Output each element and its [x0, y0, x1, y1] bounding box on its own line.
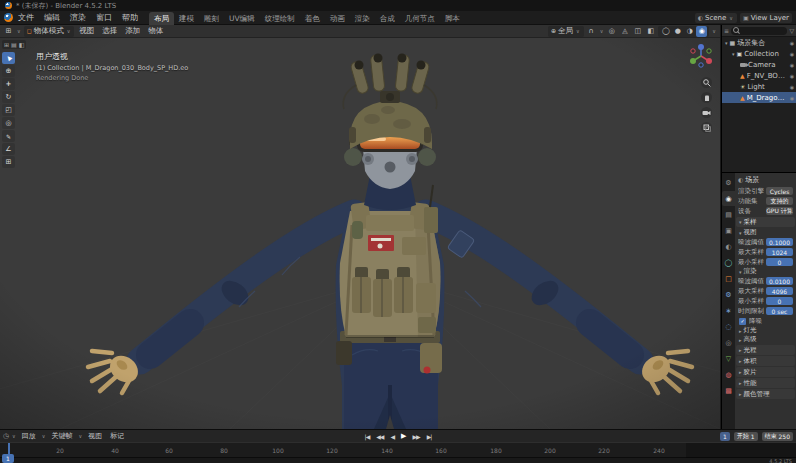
outliner-row-m-dragon[interactable]: ▲ M_Dragon_030_B... ◉: [722, 92, 796, 103]
workspace-tab-modeling[interactable]: 建模: [174, 12, 199, 25]
visibility-eye-icon[interactable]: ◉: [790, 84, 794, 90]
workspace-tab-compositing[interactable]: 合成: [375, 12, 400, 25]
scale-tool[interactable]: [2, 104, 15, 116]
view-menu[interactable]: 视图: [85, 431, 105, 441]
tab-material[interactable]: ◍: [722, 367, 735, 382]
workspace-tab-uv-editing[interactable]: UV编辑: [224, 12, 260, 25]
shading-rendered-icon[interactable]: ◉: [696, 26, 707, 37]
outliner-row-camera[interactable]: Camera ◉: [722, 59, 796, 70]
add-cube-tool[interactable]: [2, 156, 15, 168]
proportional-editing-icon[interactable]: ◎: [606, 26, 617, 37]
tab-object[interactable]: □: [722, 271, 735, 286]
navigation-gizmo[interactable]: [688, 43, 714, 71]
outliner-row-fnv-boss[interactable]: ▲ F_NV_BOSS03_HD... ◉: [722, 70, 796, 81]
visibility-eye-icon[interactable]: ◉: [790, 40, 794, 46]
tab-particles[interactable]: ∗: [722, 303, 735, 318]
keying-menu[interactable]: 关键帧: [48, 431, 75, 441]
perspective-toggle-icon[interactable]: [701, 122, 712, 133]
menu-help[interactable]: 帮助: [117, 12, 143, 23]
tab-view-layer[interactable]: ▣: [722, 223, 735, 238]
volumes-panel[interactable]: ▸ 体积: [736, 356, 795, 366]
outliner-editor-icon[interactable]: ≡: [724, 28, 729, 34]
cursor-tool[interactable]: [2, 65, 15, 77]
denoise-checkbox[interactable]: ✓: [739, 318, 746, 325]
snap-magnet-icon[interactable]: ∩: [586, 26, 597, 37]
tool-option-icon[interactable]: ▤: [11, 41, 17, 48]
tool-option-icon[interactable]: ◧: [19, 41, 25, 48]
visibility-eye-icon[interactable]: ◉: [790, 95, 794, 101]
pan-hand-icon[interactable]: [701, 92, 712, 103]
outliner-row-collection[interactable]: ▾ ▣ Collection ◉: [722, 48, 796, 59]
shading-wireframe-icon[interactable]: ◯: [660, 26, 671, 37]
mode-selector[interactable]: ◻ 物体模式 ∨: [24, 26, 75, 37]
measure-tool[interactable]: [2, 143, 15, 155]
workspace-tab-rendering[interactable]: 渲染: [350, 12, 375, 25]
frame-start-field[interactable]: 开始 1: [734, 432, 758, 441]
viewport-3d[interactable]: ⊞ ∨ ◻ 物体模式 ∨ 视图 选择 添加 物体 ⊕ 全局 ∨ ∩ ∨ ◎ ◬ …: [0, 25, 720, 429]
jump-to-end-button[interactable]: ▶|: [425, 433, 434, 440]
shading-material-icon[interactable]: ◑: [684, 26, 695, 37]
render-engine-dropdown[interactable]: Cycles: [766, 187, 793, 195]
tab-output[interactable]: ▤: [722, 207, 735, 222]
menu-edit[interactable]: 编辑: [39, 12, 65, 23]
jump-to-start-button[interactable]: |◀: [363, 433, 372, 440]
workspace-tab-scripting[interactable]: 脚本: [440, 12, 465, 25]
tab-world[interactable]: ◯: [722, 255, 735, 270]
time-limit-field[interactable]: 0 sec: [766, 307, 793, 315]
noise-threshold-field[interactable]: 0.1000: [766, 238, 793, 246]
tab-render[interactable]: ◉: [722, 191, 735, 206]
shading-solid-icon[interactable]: ●: [672, 26, 683, 37]
rotate-tool[interactable]: [2, 91, 15, 103]
timeline-editor-icon[interactable]: ◷: [3, 433, 9, 440]
feature-set-dropdown[interactable]: 支持的: [766, 197, 793, 205]
performance-panel[interactable]: ▸ 性能: [736, 378, 795, 388]
color-management-panel[interactable]: ▸ 颜色管理: [736, 389, 795, 399]
workspace-tab-shading[interactable]: 着色: [300, 12, 325, 25]
xray-toggle-icon[interactable]: ◧: [645, 26, 656, 37]
max-samples-field[interactable]: 4096: [766, 287, 793, 295]
visibility-eye-icon[interactable]: ◉: [790, 51, 794, 57]
current-frame-field[interactable]: 1: [720, 432, 730, 441]
show-gizmo-icon[interactable]: ◬: [619, 26, 630, 37]
max-samples-field[interactable]: 1024: [766, 248, 793, 256]
visibility-eye-icon[interactable]: ◉: [790, 73, 794, 79]
annotate-tool[interactable]: [2, 130, 15, 142]
light-paths-panel[interactable]: ▸ 光程: [736, 345, 795, 355]
select-box-tool[interactable]: [2, 52, 15, 64]
outliner-row-light[interactable]: ☀ Light ◉: [722, 81, 796, 92]
menu-render[interactable]: 渲染: [65, 12, 91, 23]
tab-texture[interactable]: ▩: [722, 383, 735, 398]
view-layer-selector[interactable]: ▣ View Layer: [740, 13, 792, 23]
tab-object-data[interactable]: ▽: [722, 351, 735, 366]
tab-tool[interactable]: ⚙: [722, 175, 735, 190]
min-samples-field[interactable]: 0: [766, 297, 793, 305]
workspace-tab-layout[interactable]: 布局: [149, 12, 174, 25]
zoom-icon[interactable]: [701, 77, 712, 88]
tab-physics[interactable]: ◌: [722, 319, 735, 334]
next-keyframe-button[interactable]: ▶▶: [411, 433, 422, 440]
workspace-tab-sculpting[interactable]: 雕刻: [199, 12, 224, 25]
tab-scene[interactable]: ◐: [722, 239, 735, 254]
workspace-tab-texture-paint[interactable]: 纹理绘制: [260, 12, 300, 25]
move-tool[interactable]: [2, 78, 15, 90]
scene-selector[interactable]: ◐ Scene ∨: [695, 13, 737, 23]
workspace-tab-geometry-nodes[interactable]: 几何节点: [400, 12, 440, 25]
expand-caret-icon[interactable]: ▾: [725, 40, 728, 46]
device-dropdown[interactable]: GPU 计算: [766, 207, 793, 215]
blender-menu-icon[interactable]: [4, 13, 13, 22]
noise-threshold-field[interactable]: 0.0100: [766, 277, 793, 285]
advanced-subpanel[interactable]: ▸ 高级: [736, 335, 795, 344]
sampling-viewport-subheader[interactable]: ▾ 视图: [736, 228, 795, 237]
visibility-eye-icon[interactable]: ◉: [790, 62, 794, 68]
sampling-section-header[interactable]: ▾ 采样: [736, 217, 795, 227]
viewport-menu-select[interactable]: 选择: [99, 26, 120, 36]
active-tool-icon[interactable]: ⊞: [4, 41, 9, 48]
min-samples-field[interactable]: 0: [766, 258, 793, 266]
workspace-tab-animation[interactable]: 动画: [325, 12, 350, 25]
viewport-menu-view[interactable]: 视图: [76, 26, 97, 36]
marker-menu[interactable]: 标记: [107, 431, 127, 441]
transform-tool[interactable]: [2, 117, 15, 129]
play-reverse-button[interactable]: ◀: [388, 433, 396, 440]
lights-subpanel[interactable]: ▸ 灯光: [736, 326, 795, 335]
show-overlays-icon[interactable]: ◫: [632, 26, 643, 37]
